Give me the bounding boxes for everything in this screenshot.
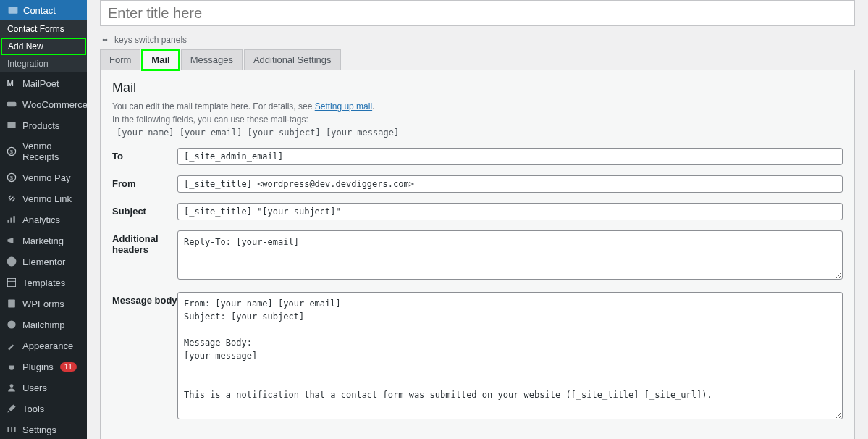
svg-rect-10	[13, 216, 14, 223]
body-label: Message body	[112, 292, 177, 306]
svg-point-15	[7, 320, 15, 328]
sidebar-item-venmo-pay[interactable]: $Venmo Pay	[0, 167, 87, 188]
sidebar-item-woocommerce[interactable]: WooCommerce	[0, 93, 87, 114]
sidebar-item-plugins[interactable]: Plugins11	[0, 356, 87, 377]
link-icon	[6, 193, 17, 204]
sidebar-item-users[interactable]: Users	[0, 377, 87, 398]
sidebar-item-products[interactable]: Products	[0, 114, 87, 135]
sidebar-submenu: Contact FormsAdd NewIntegration	[0, 20, 87, 72]
subject-label: Subject	[112, 203, 177, 217]
sidebar-item-label: WPForms	[22, 298, 64, 309]
wpforms-icon	[6, 298, 17, 309]
mail-tags: [your-name] [your-email] [your-subject] …	[112, 126, 843, 138]
mail-intro: You can edit the mail template here. For…	[112, 100, 843, 126]
sidebar-item-label: Marketing	[22, 235, 64, 246]
dollar-icon: $	[6, 172, 17, 183]
sidebar-item-marketing[interactable]: Marketing	[0, 230, 87, 251]
dollar-icon: $	[6, 146, 17, 157]
svg-rect-9	[10, 218, 12, 223]
templates-icon	[6, 277, 17, 288]
svg-rect-18	[11, 427, 12, 432]
arrows-icon	[100, 35, 110, 45]
sidebar-item-label: Elementor	[22, 256, 65, 267]
to-input[interactable]	[177, 148, 843, 165]
svg-rect-12	[7, 278, 15, 286]
sidebar-item-templates[interactable]: Templates	[0, 272, 87, 293]
sidebar-item-label: Venmo Receipts	[22, 141, 81, 162]
sidebar-item-label: WooCommerce	[22, 99, 87, 110]
svg-rect-19	[14, 427, 16, 432]
tools-icon	[6, 403, 17, 414]
sidebar-item-mailchimp[interactable]: Mailchimp	[0, 314, 87, 335]
sidebar-item-mailpoet[interactable]: MMailPoet	[0, 72, 87, 93]
admin-sidebar: Contact Contact FormsAdd NewIntegration …	[0, 0, 87, 439]
sidebar-item-label: Analytics	[22, 214, 60, 225]
tab-mail[interactable]: Mail	[142, 49, 179, 70]
sidebar-item-wpforms[interactable]: WPForms	[0, 293, 87, 314]
headers-label: Additional headers	[112, 230, 177, 255]
users-icon	[6, 382, 17, 393]
brush-icon	[6, 340, 17, 351]
svg-point-16	[10, 384, 14, 388]
sidebar-current-menu[interactable]: Contact	[0, 0, 87, 20]
subject-input[interactable]	[177, 203, 843, 220]
plug-icon	[6, 361, 17, 372]
sidebar-item-label: Appearance	[22, 340, 73, 351]
sidebar-item-elementor[interactable]: Elementor	[0, 251, 87, 272]
sidebar-item-label: Mailchimp	[22, 319, 65, 330]
sidebar-item-label: Products	[22, 120, 59, 131]
svg-rect-0	[9, 7, 18, 14]
mail-heading: Mail	[112, 80, 843, 96]
sidebar-item-label: Templates	[22, 277, 65, 288]
sidebar-item-label: Tools	[22, 404, 44, 414]
svg-point-11	[7, 257, 17, 267]
keys-hint: keys switch panels	[100, 35, 855, 45]
sidebar-item-settings[interactable]: Settings	[0, 419, 87, 439]
sidebar-subitem-add-new[interactable]: Add New	[1, 38, 86, 55]
sidebar-item-appearance[interactable]: Appearance	[0, 335, 87, 356]
megaphone-icon	[6, 235, 17, 246]
sidebar-item-analytics[interactable]: Analytics	[0, 209, 87, 230]
mailpoet-icon: M	[6, 78, 17, 89]
svg-rect-17	[7, 427, 9, 432]
svg-rect-8	[7, 220, 9, 223]
svg-rect-3	[7, 122, 15, 128]
svg-rect-2	[7, 102, 17, 106]
sidebar-item-label: MailPoet	[22, 78, 59, 89]
svg-rect-14	[8, 299, 15, 307]
tab-messages[interactable]: Messages	[181, 49, 243, 70]
sidebar-subitem-integration[interactable]: Integration	[0, 55, 87, 72]
elementor-icon	[6, 256, 17, 267]
sidebar-item-label: Settings	[22, 425, 56, 435]
setting-up-mail-link[interactable]: Setting up mail	[315, 101, 372, 112]
sidebar-item-label: Plugins	[22, 361, 54, 372]
sidebar-badge: 11	[60, 362, 77, 372]
from-input[interactable]	[177, 175, 843, 193]
contact-icon	[7, 4, 19, 16]
mailchimp-icon	[6, 319, 17, 330]
mail-panel: Mail You can edit the mail template here…	[100, 70, 855, 439]
headers-input[interactable]	[177, 230, 843, 280]
form-title-input[interactable]	[100, 0, 855, 26]
sidebar-item-label: Venmo Pay	[22, 172, 71, 183]
sidebar-subitem-contact-forms[interactable]: Contact Forms	[0, 20, 87, 38]
svg-text:$: $	[10, 149, 14, 155]
from-label: From	[112, 175, 177, 189]
sidebar-item-venmo-receipts[interactable]: $Venmo Receipts	[0, 135, 87, 167]
sidebar-item-label: Users	[22, 382, 47, 393]
sidebar-item-venmo-link[interactable]: Venmo Link	[0, 188, 87, 209]
sidebar-item-label: Venmo Link	[22, 193, 72, 204]
to-label: To	[112, 148, 177, 162]
tab-additional-settings[interactable]: Additional Settings	[244, 49, 341, 70]
main-panel: keys switch panels FormMailMessagesAddit…	[87, 0, 868, 439]
settings-icon	[6, 424, 17, 435]
sidebar-item-tools[interactable]: Tools	[0, 398, 87, 419]
body-input[interactable]	[177, 292, 843, 419]
tab-form[interactable]: Form	[100, 49, 140, 70]
sidebar-current-label: Contact	[23, 5, 56, 16]
tabs: FormMailMessagesAdditional Settings	[100, 49, 855, 70]
svg-text:$: $	[10, 175, 14, 181]
products-icon	[6, 120, 17, 131]
svg-text:M: M	[7, 79, 14, 88]
chart-icon	[6, 214, 17, 225]
